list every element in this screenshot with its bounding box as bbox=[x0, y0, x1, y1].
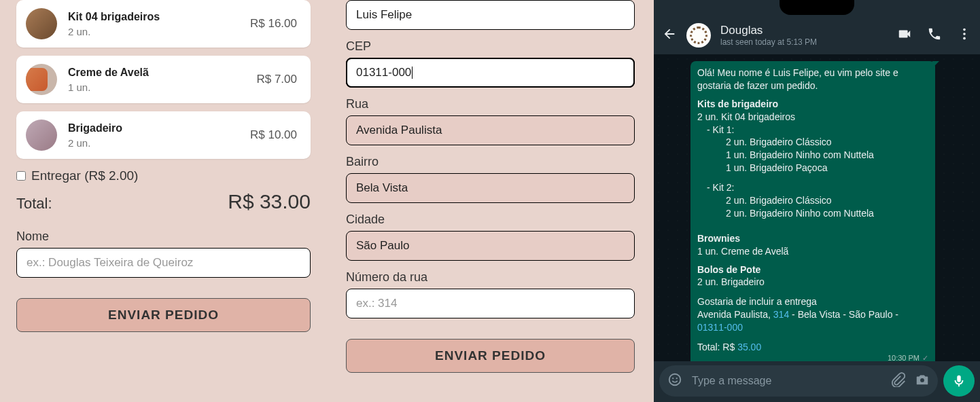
send-order-button[interactable]: ENVIAR PEDIDO bbox=[16, 298, 311, 332]
cidade-label: Cidade bbox=[346, 213, 635, 227]
svg-point-3 bbox=[669, 374, 681, 386]
name-input-filled[interactable] bbox=[346, 0, 635, 30]
rua-input[interactable] bbox=[346, 115, 635, 145]
delivery-checkbox-row[interactable]: Entregar (R$ 2.00) bbox=[16, 168, 311, 183]
svg-point-0 bbox=[963, 29, 966, 31]
address-form-panel: CEP 01311-000 Rua Bairro Cidade Número d… bbox=[327, 0, 654, 402]
svg-point-6 bbox=[920, 378, 924, 382]
bairro-input[interactable] bbox=[346, 173, 635, 203]
cart-item[interactable]: Kit 04 brigadeiros 2 un. R$ 16.00 bbox=[16, 0, 311, 48]
product-price: R$ 16.00 bbox=[250, 17, 297, 31]
svg-point-2 bbox=[963, 37, 966, 40]
chat-area[interactable]: Olá! Meu nome é Luis Felipe, eu vim pelo… bbox=[654, 54, 980, 361]
numero-input[interactable] bbox=[346, 289, 635, 318]
camera-icon[interactable] bbox=[915, 372, 930, 390]
msg-line: 1 un. Brigadeiro Paçoca bbox=[697, 162, 928, 175]
msg-line: 2 un. Brigadeiro Clássico bbox=[697, 136, 928, 149]
address-number-link[interactable]: 314 bbox=[773, 309, 789, 320]
total-label: Total: bbox=[16, 195, 52, 213]
contact-name: Douglas bbox=[720, 24, 888, 37]
msg-line: 2 un. Brigadeiro Ninho com Nuttela bbox=[697, 207, 928, 220]
product-qty: 2 un. bbox=[68, 137, 250, 149]
cep-label: CEP bbox=[346, 39, 635, 54]
chat-header: Douglas last seen today at 5:13 PM bbox=[654, 16, 980, 54]
phone-notch bbox=[780, 0, 854, 15]
msg-intro: Olá! Meu nome é Luis Felipe, eu vim pelo… bbox=[697, 67, 928, 92]
total-link[interactable]: 35.00 bbox=[737, 342, 761, 352]
contact-status: last seen today at 5:13 PM bbox=[720, 37, 888, 47]
total-value: R$ 33.00 bbox=[228, 190, 311, 213]
cart-item[interactable]: Brigadeiro 2 un. R$ 10.00 bbox=[16, 111, 311, 159]
name-input[interactable] bbox=[16, 248, 311, 278]
delivery-label: Entregar (R$ 2.00) bbox=[31, 168, 138, 183]
msg-line: - Kit 2: bbox=[697, 181, 928, 194]
whatsapp-panel: Douglas last seen today at 5:13 PM Olá! … bbox=[654, 0, 980, 402]
message-input[interactable]: Type a message bbox=[659, 365, 938, 397]
msg-section-title: Bolos de Pote bbox=[697, 263, 928, 276]
address-cep-link[interactable]: 01311-000 bbox=[697, 322, 743, 333]
delivery-checkbox[interactable] bbox=[16, 171, 26, 181]
msg-section-title: Brownies bbox=[697, 232, 928, 245]
rua-label: Rua bbox=[346, 97, 635, 111]
cart-panel: Kit 04 brigadeiros 2 un. R$ 16.00 Creme … bbox=[0, 0, 327, 402]
msg-line: 1 un. Creme de Avelã bbox=[697, 245, 928, 258]
contact-info[interactable]: Douglas last seen today at 5:13 PM bbox=[720, 24, 888, 48]
chat-input-bar: Type a message bbox=[659, 365, 975, 397]
numero-label: Número da rua bbox=[346, 270, 635, 285]
video-call-icon[interactable] bbox=[897, 26, 912, 44]
product-thumb bbox=[26, 64, 57, 95]
msg-line: 1 un. Brigadeiro Ninho com Nuttela bbox=[697, 149, 928, 162]
msg-line: 2 un. Brigadeiro Clássico bbox=[697, 194, 928, 207]
product-title: Brigadeiro bbox=[68, 122, 250, 134]
cart-item[interactable]: Creme de Avelã 1 un. R$ 7.00 bbox=[16, 56, 311, 103]
back-icon[interactable] bbox=[662, 26, 677, 44]
send-order-button[interactable]: ENVIAR PEDIDO bbox=[346, 339, 635, 373]
svg-point-1 bbox=[963, 33, 966, 35]
product-thumb bbox=[26, 8, 57, 39]
product-title: Kit 04 brigadeiros bbox=[68, 11, 250, 23]
message-placeholder: Type a message bbox=[692, 375, 881, 387]
msg-line: Gostaria de incluir a entrega bbox=[697, 295, 928, 308]
msg-total: Total: R$ 35.00 bbox=[697, 341, 928, 354]
mic-button[interactable] bbox=[943, 365, 975, 397]
voice-call-icon[interactable] bbox=[927, 26, 942, 44]
attach-icon[interactable] bbox=[890, 372, 905, 390]
check-icon: ✓ bbox=[922, 353, 928, 361]
product-qty: 1 un. bbox=[68, 81, 256, 93]
product-qty: 2 un. bbox=[68, 26, 250, 37]
emoji-icon[interactable] bbox=[667, 372, 682, 390]
product-price: R$ 7.00 bbox=[256, 73, 297, 86]
msg-section-title: Kits de brigadeiro bbox=[697, 98, 928, 111]
bairro-label: Bairro bbox=[346, 155, 635, 169]
svg-point-5 bbox=[676, 378, 678, 379]
total-row: Total: R$ 33.00 bbox=[16, 190, 311, 213]
product-title: Creme de Avelã bbox=[68, 67, 256, 79]
contact-avatar[interactable] bbox=[686, 23, 711, 48]
product-price: R$ 10.00 bbox=[250, 128, 297, 142]
more-icon[interactable] bbox=[957, 26, 972, 44]
product-thumb bbox=[26, 120, 57, 151]
message-time: 10:30 PM✓ bbox=[888, 353, 928, 361]
name-label: Nome bbox=[16, 230, 311, 244]
cep-input[interactable]: 01311-000 bbox=[346, 58, 635, 88]
cidade-input[interactable] bbox=[346, 231, 635, 261]
svg-point-4 bbox=[672, 378, 673, 379]
msg-address: Avenida Paulista, 314 - Bela Vista - São… bbox=[697, 308, 928, 334]
msg-line: 2 un. Brigadeiro bbox=[697, 276, 928, 289]
msg-line: 2 un. Kit 04 brigadeiros bbox=[697, 111, 928, 124]
msg-line: - Kit 1: bbox=[697, 124, 928, 136]
message-bubble[interactable]: Olá! Meu nome é Luis Felipe, eu vim pelo… bbox=[690, 61, 935, 361]
